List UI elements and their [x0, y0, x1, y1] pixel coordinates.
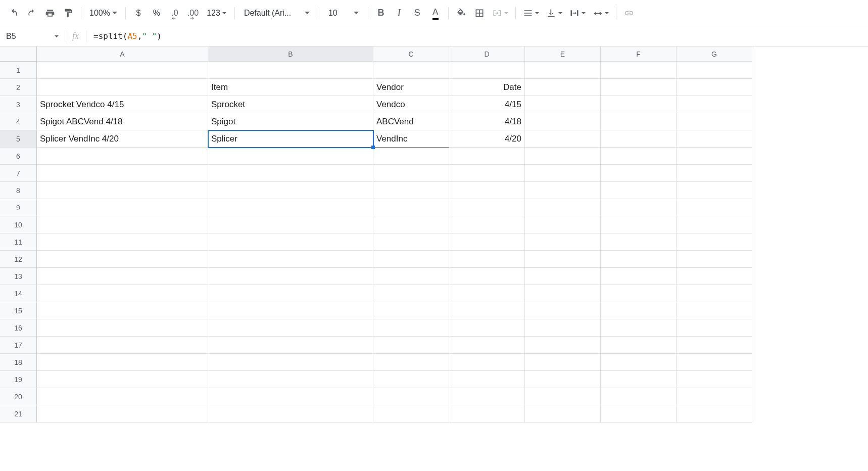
cell-A15[interactable] [37, 302, 208, 319]
cell-B10[interactable] [208, 216, 373, 233]
cell-E19[interactable] [525, 371, 601, 388]
cell-D19[interactable] [449, 371, 525, 388]
cell-C18[interactable] [373, 354, 449, 371]
row-header-18[interactable]: 18 [0, 354, 37, 371]
cell-F2[interactable] [601, 79, 677, 96]
cell-G5[interactable] [677, 130, 752, 148]
cell-B13[interactable] [208, 268, 373, 285]
cell-D14[interactable] [449, 285, 525, 302]
zoom-select[interactable]: 100% [85, 9, 121, 18]
cell-G2[interactable] [677, 79, 752, 96]
cell-E16[interactable] [525, 319, 601, 337]
cell-D3[interactable]: 4/15 [449, 96, 525, 113]
cell-D17[interactable] [449, 337, 525, 354]
cell-D7[interactable] [449, 165, 525, 182]
cell-E2[interactable] [525, 79, 601, 96]
cell-D13[interactable] [449, 268, 525, 285]
cell-B11[interactable] [208, 233, 373, 251]
cell-F16[interactable] [601, 319, 677, 337]
row-header-4[interactable]: 4 [0, 113, 37, 130]
column-header-F[interactable]: F [601, 46, 677, 62]
cell-C8[interactable] [373, 182, 449, 199]
row-header-7[interactable]: 7 [0, 165, 37, 182]
row-header-3[interactable]: 3 [0, 96, 37, 113]
bold-button[interactable]: B [372, 5, 390, 22]
cell-E1[interactable] [525, 62, 601, 79]
cell-A16[interactable] [37, 319, 208, 337]
cell-G7[interactable] [677, 165, 752, 182]
more-formats-select[interactable]: 123 [203, 9, 230, 18]
formula-input[interactable]: =split(A5," ") [86, 26, 868, 46]
cell-B7[interactable] [208, 165, 373, 182]
column-header-G[interactable]: G [677, 46, 752, 62]
row-header-20[interactable]: 20 [0, 388, 37, 405]
print-button[interactable] [41, 5, 59, 22]
cell-B15[interactable] [208, 302, 373, 319]
redo-button[interactable] [23, 5, 40, 22]
cell-B18[interactable] [208, 354, 373, 371]
row-header-17[interactable]: 17 [0, 337, 37, 354]
cell-C14[interactable] [373, 285, 449, 302]
cell-D2[interactable]: Date [449, 79, 525, 96]
cell-C17[interactable] [373, 337, 449, 354]
cell-G14[interactable] [677, 285, 752, 302]
cell-G20[interactable] [677, 388, 752, 405]
cell-C11[interactable] [373, 233, 449, 251]
cell-F1[interactable] [601, 62, 677, 79]
cell-A7[interactable] [37, 165, 208, 182]
cell-C3[interactable]: Vendco [373, 96, 449, 113]
cell-F8[interactable] [601, 182, 677, 199]
horizontal-align-button[interactable] [520, 5, 542, 22]
cell-G16[interactable] [677, 319, 752, 337]
cell-B21[interactable] [208, 405, 373, 422]
cell-A5[interactable]: Splicer VendInc 4/20 [37, 130, 208, 148]
cell-E3[interactable] [525, 96, 601, 113]
cell-A9[interactable] [37, 199, 208, 216]
cell-D1[interactable] [449, 62, 525, 79]
cell-G17[interactable] [677, 337, 752, 354]
cell-F21[interactable] [601, 405, 677, 422]
column-header-E[interactable]: E [525, 46, 601, 62]
vertical-align-button[interactable] [543, 5, 565, 22]
cell-C12[interactable] [373, 251, 449, 268]
column-header-D[interactable]: D [449, 46, 525, 62]
row-header-16[interactable]: 16 [0, 319, 37, 337]
row-header-12[interactable]: 12 [0, 251, 37, 268]
column-header-C[interactable]: C [373, 46, 449, 62]
cell-G13[interactable] [677, 268, 752, 285]
currency-button[interactable]: $ [130, 5, 147, 22]
cell-C7[interactable] [373, 165, 449, 182]
strikethrough-button[interactable]: S [409, 5, 426, 22]
row-header-10[interactable]: 10 [0, 216, 37, 233]
row-header-2[interactable]: 2 [0, 79, 37, 96]
borders-button[interactable] [471, 5, 488, 22]
row-header-15[interactable]: 15 [0, 302, 37, 319]
cell-E11[interactable] [525, 233, 601, 251]
row-header-5[interactable]: 5 [0, 130, 37, 148]
cell-B14[interactable] [208, 285, 373, 302]
select-all-corner[interactable] [0, 46, 37, 62]
cell-F9[interactable] [601, 199, 677, 216]
cell-D21[interactable] [449, 405, 525, 422]
cell-A19[interactable] [37, 371, 208, 388]
cell-F19[interactable] [601, 371, 677, 388]
undo-button[interactable] [5, 5, 22, 22]
cell-D18[interactable] [449, 354, 525, 371]
cell-G19[interactable] [677, 371, 752, 388]
cell-G8[interactable] [677, 182, 752, 199]
cell-F18[interactable] [601, 354, 677, 371]
cell-B17[interactable] [208, 337, 373, 354]
cell-D8[interactable] [449, 182, 525, 199]
cell-B4[interactable]: Spigot [208, 113, 373, 130]
row-header-21[interactable]: 21 [0, 405, 37, 422]
cell-D6[interactable] [449, 148, 525, 165]
cell-G6[interactable] [677, 148, 752, 165]
cell-A12[interactable] [37, 251, 208, 268]
cell-B6[interactable] [208, 148, 373, 165]
cell-C5[interactable]: VendInc [373, 130, 449, 148]
row-header-19[interactable]: 19 [0, 371, 37, 388]
cell-D5[interactable]: 4/20 [449, 130, 525, 148]
cell-B1[interactable] [208, 62, 373, 79]
cell-D4[interactable]: 4/18 [449, 113, 525, 130]
decrease-decimal-button[interactable]: .0 [166, 5, 183, 22]
